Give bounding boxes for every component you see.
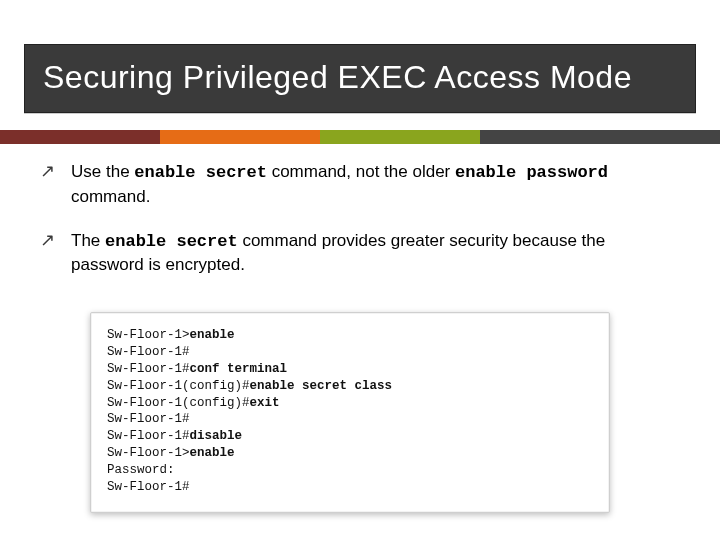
text-run: The [71, 231, 105, 250]
terminal-command: exit [250, 396, 280, 410]
terminal-prompt: Sw-Floor-1# [107, 429, 190, 443]
bullet-item: ↗ The enable secret command provides gre… [40, 229, 680, 278]
terminal-command: disable [190, 429, 243, 443]
terminal-line: Sw-Floor-1>enable [107, 445, 593, 462]
terminal-line: Sw-Floor-1# [107, 479, 593, 496]
terminal-prompt: Sw-Floor-1# [107, 345, 190, 359]
terminal-line: Sw-Floor-1>enable [107, 327, 593, 344]
terminal-command: enable [190, 446, 235, 460]
terminal-command: conf terminal [190, 362, 288, 376]
terminal-prompt: Sw-Floor-1> [107, 328, 190, 342]
arrow-icon: ↗ [40, 161, 55, 183]
terminal-line: Sw-Floor-1# [107, 344, 593, 361]
accent-seg-red [0, 130, 160, 144]
accent-seg-green [320, 130, 480, 144]
terminal-prompt: Password: [107, 463, 175, 477]
arrow-icon: ↗ [40, 230, 55, 252]
terminal-line: Sw-Floor-1(config)#enable secret class [107, 378, 593, 395]
terminal-output: Sw-Floor-1>enableSw-Floor-1#Sw-Floor-1#c… [107, 327, 593, 496]
terminal-prompt: Sw-Floor-1# [107, 362, 190, 376]
bullet-item: ↗ Use the enable secret command, not the… [40, 160, 680, 209]
terminal-line: Sw-Floor-1#disable [107, 428, 593, 445]
bullet-text: The enable secret command provides great… [71, 229, 680, 278]
text-run: Use the [71, 162, 134, 181]
accent-seg-gray [480, 130, 720, 144]
terminal-command: enable [190, 328, 235, 342]
terminal-line: Password: [107, 462, 593, 479]
code-run: enable password [455, 163, 608, 182]
title-band: Securing Privileged EXEC Access Mode [24, 44, 696, 113]
terminal-line: Sw-Floor-1# [107, 411, 593, 428]
accent-seg-orange [160, 130, 320, 144]
body-area: ↗ Use the enable secret command, not the… [40, 160, 680, 297]
page-title: Securing Privileged EXEC Access Mode [43, 59, 677, 96]
accent-stripe [0, 130, 720, 144]
bullet-text: Use the enable secret command, not the o… [71, 160, 680, 209]
terminal-line: Sw-Floor-1#conf terminal [107, 361, 593, 378]
code-run: enable secret [134, 163, 267, 182]
terminal-prompt: Sw-Floor-1(config)# [107, 379, 250, 393]
slide: Securing Privileged EXEC Access Mode ↗ U… [0, 0, 720, 540]
terminal-box: Sw-Floor-1>enableSw-Floor-1#Sw-Floor-1#c… [90, 312, 610, 513]
code-run: enable secret [105, 232, 238, 251]
terminal-prompt: Sw-Floor-1> [107, 446, 190, 460]
terminal-command: enable secret class [250, 379, 393, 393]
terminal-prompt: Sw-Floor-1# [107, 412, 190, 426]
terminal-line: Sw-Floor-1(config)#exit [107, 395, 593, 412]
text-run: command. [71, 187, 150, 206]
terminal-prompt: Sw-Floor-1(config)# [107, 396, 250, 410]
terminal-prompt: Sw-Floor-1# [107, 480, 190, 494]
text-run: command, not the older [267, 162, 455, 181]
